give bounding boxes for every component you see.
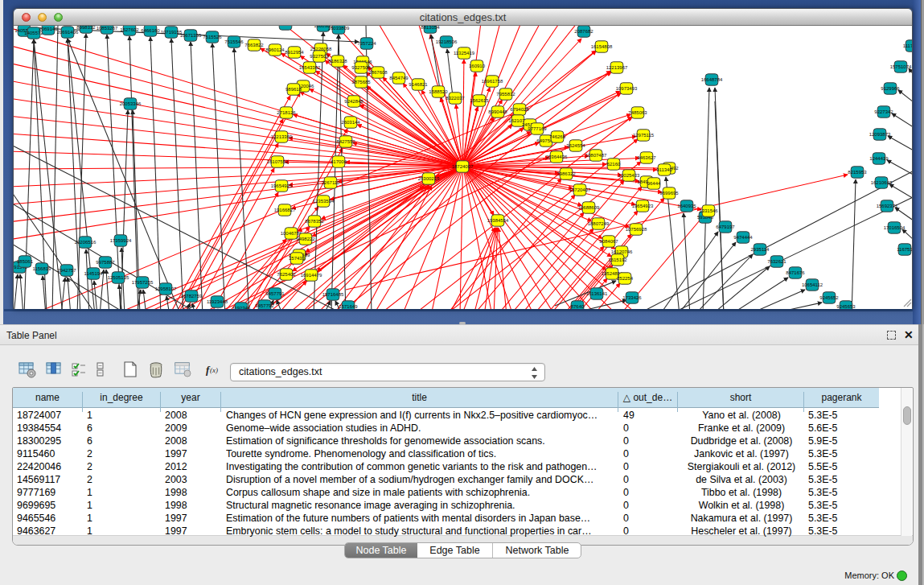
- svg-text:16914479: 16914479: [301, 273, 322, 278]
- svg-text:19166827: 19166827: [274, 208, 296, 212]
- svg-text:2935114: 2935114: [751, 247, 770, 252]
- svg-text:1156819: 1156819: [33, 266, 52, 271]
- svg-text:2867608: 2867608: [368, 70, 388, 75]
- svg-text:1527602: 1527602: [120, 27, 139, 32]
- svg-text:10973493: 10973493: [616, 86, 638, 91]
- svg-text:1117404: 1117404: [903, 43, 912, 48]
- svg-text:12213967: 12213967: [606, 65, 628, 70]
- svg-text:8998332: 8998332: [76, 26, 96, 30]
- svg-text:16543362: 16543362: [299, 65, 321, 70]
- svg-text:10958107: 10958107: [155, 286, 177, 291]
- svg-text:1733426: 1733426: [622, 295, 642, 300]
- svg-text:9146821: 9146821: [409, 82, 428, 87]
- svg-text:1192345: 1192345: [232, 306, 252, 309]
- svg-text:7357224: 7357224: [357, 41, 376, 46]
- svg-text:9129966: 9129966: [881, 86, 900, 91]
- svg-text:2942757: 2942757: [57, 268, 76, 273]
- svg-text:1615192: 1615192: [608, 257, 627, 262]
- svg-text:12975115: 12975115: [633, 133, 655, 138]
- svg-text:10756928: 10756928: [626, 227, 647, 232]
- svg-text:8912954: 8912954: [285, 50, 304, 55]
- svg-text:7625402: 7625402: [277, 272, 296, 277]
- svg-text:6466160: 6466160: [141, 28, 160, 33]
- svg-text:17359924: 17359924: [110, 238, 132, 243]
- svg-text:1145194: 1145194: [84, 271, 104, 276]
- svg-text:8454749: 8454749: [389, 76, 409, 80]
- svg-text:12093873: 12093873: [869, 132, 891, 137]
- svg-text:10654112: 10654112: [802, 282, 823, 287]
- svg-text:10688609: 10688609: [578, 205, 600, 210]
- svg-text:9242848: 9242848: [344, 99, 363, 104]
- svg-text:9245652: 9245652: [819, 295, 839, 300]
- svg-text:1640935: 1640935: [677, 204, 696, 208]
- svg-text:1562615: 1562615: [470, 98, 489, 103]
- svg-text:15716485: 15716485: [322, 292, 344, 297]
- svg-text:985061: 985061: [17, 259, 34, 264]
- svg-text:6479197: 6479197: [716, 225, 735, 229]
- svg-text:20364436: 20364436: [546, 154, 568, 159]
- svg-text:7485063: 7485063: [628, 110, 647, 115]
- svg-text:1587315: 1587315: [276, 26, 295, 27]
- svg-text:8960124: 8960124: [265, 47, 285, 52]
- svg-text:16154808: 16154808: [591, 44, 613, 49]
- svg-text:11325419: 11325419: [454, 51, 475, 56]
- svg-text:10671355: 10671355: [180, 33, 202, 38]
- svg-text:12505135: 12505135: [108, 275, 129, 280]
- svg-text:16210643: 16210643: [871, 180, 893, 185]
- svg-text:7986322: 7986322: [556, 171, 576, 176]
- svg-text:16120746: 16120746: [611, 249, 633, 254]
- svg-text:160910: 160910: [469, 64, 486, 68]
- svg-text:6794028: 6794028: [510, 107, 529, 112]
- svg-text:9084067: 9084067: [599, 239, 618, 244]
- svg-text:3875685: 3875685: [351, 80, 371, 84]
- svg-text:9777169: 9777169: [528, 126, 547, 131]
- svg-text:11923448: 11923448: [207, 299, 228, 304]
- svg-text:8813054: 8813054: [421, 26, 440, 30]
- svg-text:16033809: 16033809: [328, 26, 350, 31]
- svg-text:16136141: 16136141: [586, 291, 608, 296]
- svg-text:116753: 116753: [897, 247, 912, 252]
- svg-text:20053346: 20053346: [120, 101, 142, 106]
- svg-text:8678352: 8678352: [305, 219, 324, 224]
- svg-text:19218506: 19218506: [436, 39, 458, 44]
- svg-text:25300215: 25300215: [418, 176, 440, 181]
- svg-text:8471676: 8471676: [786, 270, 805, 275]
- svg-text:9327503: 9327503: [310, 54, 329, 59]
- svg-text:746266: 746266: [549, 134, 566, 139]
- svg-text:9474444: 9474444: [733, 235, 753, 240]
- svg-text:9227342: 9227342: [874, 109, 893, 114]
- svg-text:16782759: 16782759: [181, 294, 203, 299]
- svg-text:9498222: 9498222: [296, 237, 315, 241]
- svg-text:1331546: 1331546: [699, 208, 718, 213]
- svg-text:9699695: 9699695: [659, 191, 679, 196]
- svg-text:9457792: 9457792: [255, 303, 274, 308]
- svg-text:1571649: 1571649: [339, 304, 358, 309]
- svg-text:16961758: 16961758: [482, 79, 503, 84]
- svg-text:7632621: 7632621: [767, 259, 786, 264]
- svg-text:87640: 87640: [571, 304, 585, 309]
- svg-text:7515526: 7515526: [203, 35, 222, 39]
- svg-text:1588520: 1588520: [429, 89, 448, 94]
- svg-text:2603144: 2603144: [341, 120, 360, 125]
- svg-text:19654925: 19654925: [271, 183, 293, 188]
- svg-text:10807487: 10807487: [585, 153, 607, 158]
- svg-text:9975887: 9975887: [96, 260, 115, 265]
- svg-text:3267110: 3267110: [322, 180, 341, 185]
- svg-text:2069140: 2069140: [39, 27, 58, 31]
- svg-text:7955812: 7955812: [496, 92, 515, 97]
- svg-text:417004: 417004: [331, 159, 347, 164]
- svg-text:8322037: 8322037: [446, 96, 465, 101]
- svg-text:2718126: 2718126: [277, 110, 296, 115]
- svg-text:9245653: 9245653: [836, 304, 856, 309]
- svg-text:252254: 252254: [617, 276, 634, 281]
- svg-text:16107552: 16107552: [267, 159, 289, 164]
- svg-text:157433: 157433: [289, 256, 306, 261]
- svg-text:15751074: 15751074: [890, 64, 912, 69]
- svg-text:15720407: 15720407: [569, 187, 591, 192]
- svg-text:2087682: 2087682: [574, 29, 593, 34]
- svg-text:10853267: 10853267: [97, 26, 118, 31]
- svg-text:911340: 911340: [656, 167, 672, 172]
- svg-text:8186328: 8186328: [328, 59, 347, 64]
- svg-text:18724007: 18724007: [452, 164, 474, 169]
- svg-text:96444: 96444: [647, 181, 661, 186]
